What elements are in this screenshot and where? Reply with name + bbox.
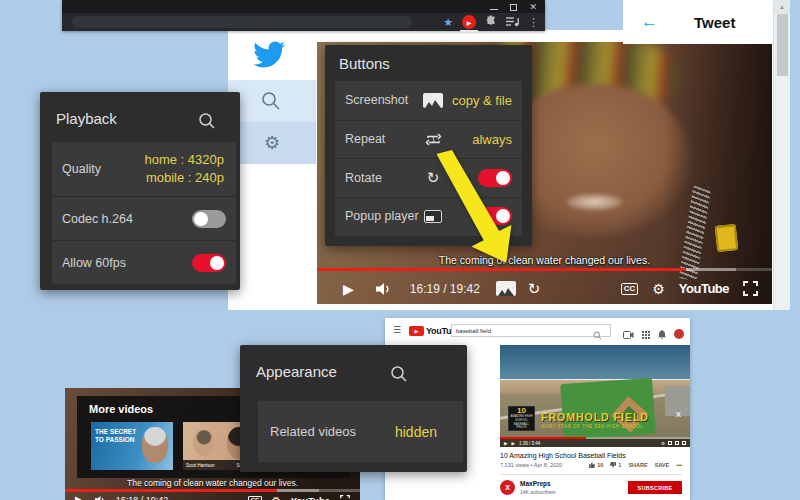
youtube-wordmark[interactable]: YouTube: [679, 281, 729, 296]
extensions-puzzle-icon[interactable]: [485, 13, 497, 31]
screenshot-value[interactable]: copy & file: [452, 93, 512, 108]
play-button[interactable]: ▶: [504, 441, 507, 446]
channel-name[interactable]: MaxPreps: [520, 480, 551, 487]
scroll-up-arrow-icon[interactable]: ▲: [774, 0, 790, 14]
quality-mobile-value[interactable]: mobile : 240p: [144, 169, 224, 187]
quality-label: Quality: [62, 162, 101, 176]
video-caption: The coming of clean water changed our li…: [317, 254, 772, 266]
tweet-header: ← Tweet: [623, 0, 773, 44]
miniplayer-icon[interactable]: [668, 441, 672, 445]
jerry-can-graphic: [715, 224, 739, 252]
upload-video-icon[interactable]: [623, 325, 634, 343]
right-controls: ⚙: [661, 441, 686, 446]
related-videos-value[interactable]: hidden: [395, 424, 437, 440]
search-input[interactable]: [451, 324, 611, 337]
screenshot-button[interactable]: [496, 281, 516, 296]
playback-settings-list: Quality home : 4320p mobile : 240p Codec…: [52, 142, 236, 284]
youtube-extension-icon[interactable]: ▶: [462, 15, 476, 29]
fps-label: Allow 60fps: [62, 256, 126, 270]
save-button[interactable]: SAVE: [655, 462, 670, 468]
progress-bar[interactable]: [317, 268, 772, 271]
related-videos-setting-row[interactable]: Related videos hidden: [258, 401, 463, 462]
video-overlay-subtitle: MARY STAR OF THE SEA HIGH SCHOOL: [541, 424, 643, 429]
bookmark-star-icon[interactable]: ★: [443, 17, 453, 28]
thumbnail-face-graphic: [193, 430, 215, 456]
close-button[interactable]: ✕: [529, 3, 537, 12]
account-avatar[interactable]: [674, 329, 684, 339]
codec-toggle[interactable]: [192, 210, 226, 228]
settings-gear-icon[interactable]: ⚙: [661, 441, 665, 446]
browser-toolbar: ★ ▶ ⋮: [62, 13, 545, 31]
theater-mode-icon[interactable]: [675, 441, 679, 445]
video-meta: 7,131 views • Apr 8, 2020: [500, 462, 562, 468]
related-video-thumbnail[interactable]: THE SECRET TO PASSION: [91, 422, 173, 470]
dislike-button[interactable]: 1: [610, 462, 621, 468]
repeat-icon: 1: [421, 132, 445, 147]
more-actions-button[interactable]: •••: [676, 462, 682, 468]
search-button[interactable]: [593, 326, 602, 344]
volume-icon[interactable]: [95, 495, 106, 500]
more-videos-title: More videos: [89, 403, 153, 415]
rotate-label: Rotate: [345, 171, 382, 185]
notifications-bell-icon[interactable]: [658, 325, 666, 343]
repeat-value[interactable]: always: [472, 132, 512, 147]
play-button[interactable]: ▶: [75, 495, 83, 500]
page-scrollbar[interactable]: ▲: [773, 0, 790, 310]
quality-setting-row[interactable]: Quality home : 4320p mobile : 240p: [52, 142, 236, 196]
rotate-button[interactable]: ↻: [528, 281, 541, 296]
captions-button[interactable]: CC: [248, 496, 262, 500]
fps-setting-row[interactable]: Allow 60fps: [52, 240, 236, 284]
captions-button[interactable]: CC: [621, 283, 639, 295]
apps-grid-icon[interactable]: [642, 325, 650, 343]
time-display: 16:18 / 19:42: [116, 495, 169, 500]
popup-player-label: Popup player: [345, 209, 419, 223]
player-controls: ▶ ▶ 1:39 / 3:44 ⚙: [500, 439, 690, 447]
fullscreen-button[interactable]: [340, 495, 350, 500]
search-icon[interactable]: [260, 90, 282, 116]
search-icon[interactable]: [390, 365, 408, 387]
twitter-bird-icon[interactable]: [252, 40, 286, 72]
video-overlay-badge: 10 AMAZING HIGH SCHOOL BASEBALL FIELDS: [508, 406, 535, 431]
search-icon[interactable]: [198, 112, 216, 134]
play-button[interactable]: ▶: [343, 282, 354, 296]
gear-icon[interactable]: ⚙: [264, 132, 280, 154]
twitter-nav-settings-row[interactable]: ⚙: [228, 122, 316, 164]
player-controls: ▶ 16:18 / 19:42 CC ⚙ YouTube: [65, 492, 360, 500]
playback-settings-panel: Playback Quality home : 4320p mobile : 2…: [40, 92, 240, 290]
youtube-play-icon: ▶: [409, 326, 424, 336]
channel-avatar[interactable]: X: [500, 480, 515, 495]
fullscreen-button[interactable]: [682, 441, 686, 445]
fps-toggle[interactable]: [192, 254, 226, 272]
browser-titlebar: ✕ ★ ▶ ⋮: [62, 0, 545, 31]
restore-button[interactable]: [510, 4, 517, 11]
quality-values[interactable]: home : 4320p mobile : 240p: [144, 151, 226, 186]
video-title[interactable]: 10 Amazing High School Baseball Fields: [500, 452, 626, 459]
back-arrow-icon[interactable]: ←: [641, 12, 658, 32]
related-videos-label: Related videos: [270, 424, 356, 439]
baseball-video-player[interactable]: 10 AMAZING HIGH SCHOOL BASEBALL FIELDS F…: [500, 345, 690, 447]
codec-setting-row[interactable]: Codec h.264: [52, 196, 236, 240]
appearance-settings-panel: Appearance Related videos hidden: [240, 345, 467, 472]
quality-home-value[interactable]: home : 4320p: [144, 151, 224, 169]
volume-icon[interactable]: [376, 282, 392, 296]
next-button[interactable]: ▶: [511, 441, 514, 446]
settings-gear-icon[interactable]: ⚙: [272, 495, 281, 500]
share-button[interactable]: SHARE: [628, 462, 647, 468]
screenshot-setting-row[interactable]: Screenshot copy & file: [335, 81, 522, 120]
minimize-button[interactable]: [490, 9, 498, 10]
hamburger-menu-icon[interactable]: ☰: [393, 325, 401, 335]
baseball-field-graphic: [560, 378, 656, 440]
youtube-topbar-icons: [623, 325, 684, 343]
scrollbar-thumb[interactable]: [777, 14, 788, 76]
appearance-panel-title: Appearance: [256, 363, 337, 380]
browser-menu-kebab-icon[interactable]: ⋮: [528, 16, 539, 29]
subscribe-button[interactable]: SUBSCRIBE: [628, 481, 682, 494]
fullscreen-button[interactable]: [743, 281, 758, 296]
window-controls: ✕: [490, 2, 537, 12]
settings-gear-icon[interactable]: ⚙: [652, 282, 665, 296]
youtube-wordmark[interactable]: YouTube: [291, 495, 330, 500]
buttons-panel-title: Buttons: [339, 55, 390, 72]
playlist-icon[interactable]: [506, 13, 519, 31]
like-button[interactable]: 10: [589, 462, 603, 468]
address-bar[interactable]: [72, 16, 412, 28]
